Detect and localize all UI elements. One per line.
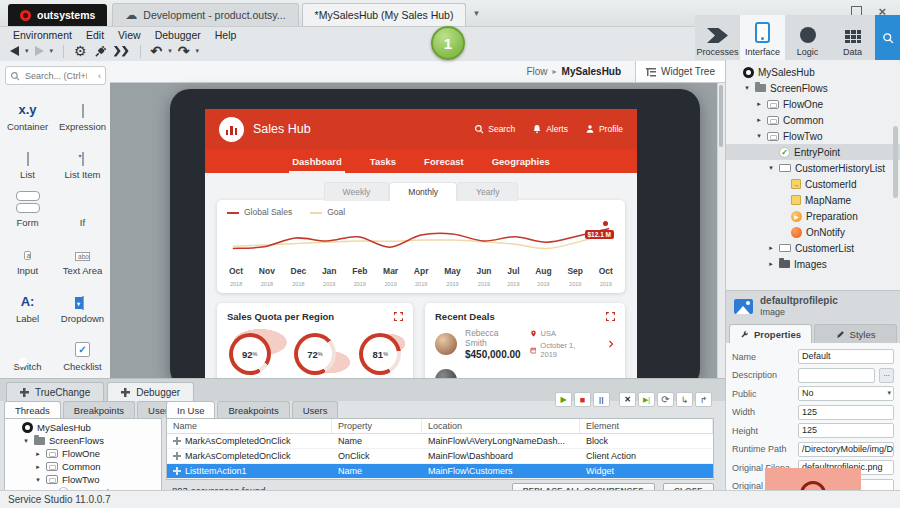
expand-icon[interactable] bbox=[394, 312, 403, 321]
tree-item-onnotify[interactable]: OnNotify bbox=[726, 224, 900, 240]
property-value-public[interactable]: No▾ bbox=[798, 386, 894, 401]
tree-item-flowtwo[interactable]: ▾FlowTwo bbox=[726, 128, 900, 144]
period-tab-monthly[interactable]: Monthly bbox=[389, 182, 457, 201]
layer-tab-interface[interactable]: Interface bbox=[740, 15, 785, 60]
expander-icon[interactable]: ▾ bbox=[743, 84, 751, 92]
module-tab[interactable]: *MySalesHub (My Sales Hub) bbox=[302, 3, 467, 26]
expander-icon[interactable]: ▸ bbox=[755, 100, 763, 108]
palette-item-expression[interactable]: Expression bbox=[55, 87, 110, 135]
table-row[interactable]: MarkAsCompletedOnClickOnClickMainFlow\Da… bbox=[167, 449, 713, 464]
property-value-name[interactable]: Default bbox=[798, 349, 894, 364]
expander-icon[interactable]: ▸ bbox=[767, 244, 775, 252]
debug-step-into-button[interactable]: ↳ bbox=[676, 392, 693, 407]
collapse-palette-icon[interactable]: ‹ bbox=[98, 71, 101, 81]
period-tab-yearly[interactable]: Yearly bbox=[457, 182, 518, 201]
palette-search-input[interactable] bbox=[23, 70, 89, 82]
forward-dropdown-icon[interactable]: ▾ bbox=[50, 47, 54, 55]
breadcrumb-root[interactable]: Flow bbox=[526, 66, 547, 77]
debug-step-out-button[interactable]: ↱ bbox=[695, 392, 712, 407]
app-action-search[interactable]: Search bbox=[474, 124, 515, 134]
tree-item-screenflows[interactable]: ▾ScreenFlows bbox=[5, 434, 161, 447]
palette-item-container[interactable]: x.yContainer bbox=[0, 87, 55, 135]
debug-refresh-button[interactable]: ⟳ bbox=[657, 392, 674, 407]
table-row[interactable]: ListItemAction1NameMainFlow\CustomersWid… bbox=[167, 464, 713, 479]
column-name[interactable]: Name bbox=[167, 419, 332, 433]
publish-plug-icon[interactable] bbox=[93, 44, 108, 59]
expander-icon[interactable]: ▸ bbox=[767, 260, 775, 268]
canvas-scrollbar[interactable] bbox=[717, 83, 725, 378]
palette-item-switch[interactable]: Switch bbox=[0, 327, 55, 375]
app-action-profile[interactable]: Profile bbox=[585, 124, 623, 134]
tree-item-entrypoint[interactable]: ✓EntryPoint bbox=[726, 144, 900, 160]
undo-dropdown-icon[interactable]: ▾ bbox=[168, 47, 172, 55]
column-element[interactable]: Element bbox=[580, 419, 713, 433]
redo-dropdown-icon[interactable]: ▾ bbox=[196, 47, 200, 55]
menu-view[interactable]: View bbox=[111, 29, 148, 41]
app-nav-tasks[interactable]: Tasks bbox=[370, 149, 396, 173]
palette-item-text-area[interactable]: aboText Area bbox=[55, 231, 110, 279]
tree-item-mysaleshub[interactable]: MySalesHub bbox=[726, 64, 900, 80]
palette-item-list-item[interactable]: List Item bbox=[55, 135, 110, 183]
palette-item-input[interactable]: aInput bbox=[0, 231, 55, 279]
column-property[interactable]: Property bbox=[332, 419, 422, 433]
palette-item-if[interactable]: If bbox=[55, 183, 110, 231]
layer-tab-processes[interactable]: Processes bbox=[695, 15, 740, 60]
tree-item-customerlist[interactable]: ▸CustomerList bbox=[726, 240, 900, 256]
global-search-button[interactable] bbox=[875, 15, 900, 60]
app-nav-forecast[interactable]: Forecast bbox=[424, 149, 464, 173]
palette-item-dropdown[interactable]: ▾Dropdown bbox=[55, 279, 110, 327]
tree-item-preparation[interactable]: ▶Preparation bbox=[726, 208, 900, 224]
tree-item-images[interactable]: ▸Images bbox=[726, 256, 900, 272]
expander-icon[interactable]: ▸ bbox=[755, 116, 763, 124]
palette-item-label[interactable]: A:Label bbox=[0, 279, 55, 327]
period-tab-weekly[interactable]: Weekly bbox=[324, 182, 390, 201]
breadcrumb[interactable]: Flow ▸ MySalesHub bbox=[526, 66, 621, 77]
ellipsis-button[interactable]: ... bbox=[879, 368, 894, 383]
app-action-alerts[interactable]: Alerts bbox=[532, 124, 568, 134]
tree-item-mysaleshub[interactable]: MySalesHub bbox=[5, 421, 161, 434]
tree-item-customerid[interactable]: →CustomerId bbox=[726, 176, 900, 192]
tree-item-flowtwo[interactable]: ▾FlowTwo bbox=[5, 473, 161, 486]
panel-tab-truechange[interactable]: TrueChange bbox=[6, 382, 104, 401]
widget-tree-button[interactable]: Widget Tree bbox=[635, 61, 725, 82]
forward-button[interactable] bbox=[35, 46, 44, 56]
debug-continue-button[interactable]: ▶| bbox=[638, 392, 655, 407]
publish-all-icon[interactable] bbox=[114, 46, 130, 57]
property-value-width[interactable]: 125 bbox=[798, 405, 894, 420]
debug-start-button[interactable]: ▶ bbox=[555, 392, 572, 407]
app-nav-geographies[interactable]: Geographies bbox=[492, 149, 550, 173]
property-value-description[interactable] bbox=[798, 368, 875, 383]
tree-scrollbar[interactable] bbox=[893, 126, 898, 198]
palette-item-list[interactable]: List bbox=[0, 135, 55, 183]
expander-icon[interactable]: ▾ bbox=[767, 164, 775, 172]
app-preview-screen[interactable]: Sales Hub SearchAlertsProfile DashboardT… bbox=[205, 109, 637, 378]
deal-row-partial[interactable] bbox=[425, 366, 625, 378]
column-location[interactable]: Location bbox=[422, 419, 580, 433]
menu-debugger[interactable]: Debugger bbox=[148, 29, 208, 41]
deal-row[interactable]: Rebecca Smith $450,000.00 USA October 1,… bbox=[425, 325, 625, 360]
expander-icon[interactable]: ▸ bbox=[34, 463, 42, 471]
expander-icon[interactable]: ▾ bbox=[755, 132, 763, 140]
subtab-threads[interactable]: Threads bbox=[4, 401, 61, 418]
chevron-right-icon[interactable] bbox=[607, 338, 615, 350]
debug-pause-button[interactable]: || bbox=[593, 392, 610, 407]
subtab-in-use[interactable]: In Use bbox=[166, 401, 215, 418]
menu-help[interactable]: Help bbox=[208, 29, 244, 41]
palette-item-form[interactable]: Form bbox=[0, 183, 55, 231]
table-row[interactable]: MarkAsCompletedOnClickNameMainFlow\AVery… bbox=[167, 434, 713, 449]
tab-styles[interactable]: Styles bbox=[814, 324, 897, 343]
app-nav-dashboard[interactable]: Dashboard bbox=[292, 149, 342, 173]
expander-icon[interactable]: ▸ bbox=[34, 450, 42, 458]
tree-item-common[interactable]: ▸Common bbox=[726, 112, 900, 128]
tab-properties[interactable]: Properties bbox=[729, 324, 812, 343]
outsystems-tab[interactable]: outsystems bbox=[8, 4, 107, 26]
undo-button[interactable]: ↶ bbox=[151, 45, 163, 57]
back-button[interactable] bbox=[10, 46, 19, 56]
palette-item-checklist[interactable]: ✓Checklist bbox=[55, 327, 110, 375]
gear-icon[interactable]: ⚙ bbox=[74, 44, 87, 58]
tree-item-flowone[interactable]: ▸FlowOne bbox=[726, 96, 900, 112]
property-value-runtime-path[interactable]: /DirectoryMobile/img/Dire... bbox=[798, 442, 894, 457]
expander-icon[interactable]: ▾ bbox=[34, 476, 42, 484]
subtab-breakpoints[interactable]: Breakpoints bbox=[63, 401, 135, 418]
layer-tab-logic[interactable]: Logic bbox=[785, 15, 830, 60]
